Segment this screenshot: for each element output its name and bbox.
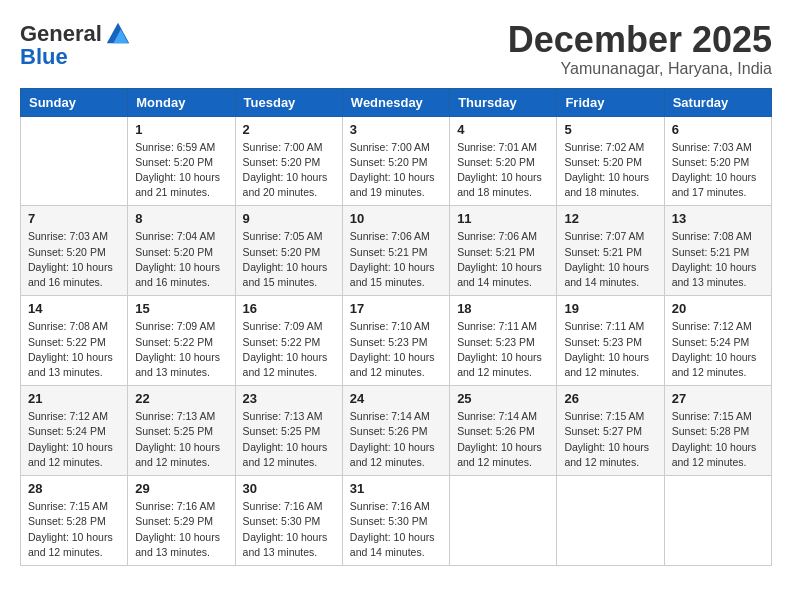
month-title: December 2025 xyxy=(508,20,772,60)
calendar-cell: 20Sunrise: 7:12 AM Sunset: 5:24 PM Dayli… xyxy=(664,296,771,386)
header-sunday: Sunday xyxy=(21,88,128,116)
calendar-cell xyxy=(557,476,664,566)
calendar-cell: 12Sunrise: 7:07 AM Sunset: 5:21 PM Dayli… xyxy=(557,206,664,296)
day-number: 20 xyxy=(672,301,764,316)
day-info: Sunrise: 7:12 AM Sunset: 5:24 PM Dayligh… xyxy=(28,409,120,470)
logo-blue: Blue xyxy=(20,44,68,70)
day-number: 26 xyxy=(564,391,656,406)
day-info: Sunrise: 7:06 AM Sunset: 5:21 PM Dayligh… xyxy=(350,229,442,290)
day-info: Sunrise: 7:00 AM Sunset: 5:20 PM Dayligh… xyxy=(243,140,335,201)
location-title: Yamunanagar, Haryana, India xyxy=(508,60,772,78)
day-number: 4 xyxy=(457,122,549,137)
day-info: Sunrise: 7:11 AM Sunset: 5:23 PM Dayligh… xyxy=(457,319,549,380)
logo: General Blue xyxy=(20,20,132,70)
title-block: December 2025 Yamunanagar, Haryana, Indi… xyxy=(508,20,772,78)
header-thursday: Thursday xyxy=(450,88,557,116)
day-info: Sunrise: 7:16 AM Sunset: 5:30 PM Dayligh… xyxy=(350,499,442,560)
day-info: Sunrise: 7:13 AM Sunset: 5:25 PM Dayligh… xyxy=(135,409,227,470)
day-info: Sunrise: 7:01 AM Sunset: 5:20 PM Dayligh… xyxy=(457,140,549,201)
day-number: 8 xyxy=(135,211,227,226)
calendar-cell: 18Sunrise: 7:11 AM Sunset: 5:23 PM Dayli… xyxy=(450,296,557,386)
day-number: 15 xyxy=(135,301,227,316)
day-info: Sunrise: 7:07 AM Sunset: 5:21 PM Dayligh… xyxy=(564,229,656,290)
day-number: 25 xyxy=(457,391,549,406)
calendar-cell: 16Sunrise: 7:09 AM Sunset: 5:22 PM Dayli… xyxy=(235,296,342,386)
calendar-cell: 29Sunrise: 7:16 AM Sunset: 5:29 PM Dayli… xyxy=(128,476,235,566)
day-info: Sunrise: 7:10 AM Sunset: 5:23 PM Dayligh… xyxy=(350,319,442,380)
calendar-cell: 1Sunrise: 6:59 AM Sunset: 5:20 PM Daylig… xyxy=(128,116,235,206)
day-info: Sunrise: 7:03 AM Sunset: 5:20 PM Dayligh… xyxy=(28,229,120,290)
calendar-cell: 17Sunrise: 7:10 AM Sunset: 5:23 PM Dayli… xyxy=(342,296,449,386)
weekday-header-row: Sunday Monday Tuesday Wednesday Thursday… xyxy=(21,88,772,116)
calendar-cell: 21Sunrise: 7:12 AM Sunset: 5:24 PM Dayli… xyxy=(21,386,128,476)
calendar-cell: 24Sunrise: 7:14 AM Sunset: 5:26 PM Dayli… xyxy=(342,386,449,476)
day-info: Sunrise: 6:59 AM Sunset: 5:20 PM Dayligh… xyxy=(135,140,227,201)
calendar-cell: 10Sunrise: 7:06 AM Sunset: 5:21 PM Dayli… xyxy=(342,206,449,296)
calendar-cell: 6Sunrise: 7:03 AM Sunset: 5:20 PM Daylig… xyxy=(664,116,771,206)
day-info: Sunrise: 7:02 AM Sunset: 5:20 PM Dayligh… xyxy=(564,140,656,201)
calendar-week-4: 21Sunrise: 7:12 AM Sunset: 5:24 PM Dayli… xyxy=(21,386,772,476)
page-header: General Blue December 2025 Yamunanagar, … xyxy=(20,20,772,78)
day-number: 17 xyxy=(350,301,442,316)
day-number: 10 xyxy=(350,211,442,226)
day-info: Sunrise: 7:09 AM Sunset: 5:22 PM Dayligh… xyxy=(135,319,227,380)
day-info: Sunrise: 7:04 AM Sunset: 5:20 PM Dayligh… xyxy=(135,229,227,290)
calendar-cell: 22Sunrise: 7:13 AM Sunset: 5:25 PM Dayli… xyxy=(128,386,235,476)
day-number: 31 xyxy=(350,481,442,496)
day-info: Sunrise: 7:06 AM Sunset: 5:21 PM Dayligh… xyxy=(457,229,549,290)
calendar-cell: 28Sunrise: 7:15 AM Sunset: 5:28 PM Dayli… xyxy=(21,476,128,566)
header-wednesday: Wednesday xyxy=(342,88,449,116)
calendar-week-5: 28Sunrise: 7:15 AM Sunset: 5:28 PM Dayli… xyxy=(21,476,772,566)
day-number: 23 xyxy=(243,391,335,406)
calendar-week-2: 7Sunrise: 7:03 AM Sunset: 5:20 PM Daylig… xyxy=(21,206,772,296)
calendar-cell: 15Sunrise: 7:09 AM Sunset: 5:22 PM Dayli… xyxy=(128,296,235,386)
day-info: Sunrise: 7:08 AM Sunset: 5:22 PM Dayligh… xyxy=(28,319,120,380)
header-tuesday: Tuesday xyxy=(235,88,342,116)
day-info: Sunrise: 7:16 AM Sunset: 5:29 PM Dayligh… xyxy=(135,499,227,560)
day-info: Sunrise: 7:14 AM Sunset: 5:26 PM Dayligh… xyxy=(457,409,549,470)
day-info: Sunrise: 7:15 AM Sunset: 5:28 PM Dayligh… xyxy=(28,499,120,560)
calendar-cell: 11Sunrise: 7:06 AM Sunset: 5:21 PM Dayli… xyxy=(450,206,557,296)
day-info: Sunrise: 7:13 AM Sunset: 5:25 PM Dayligh… xyxy=(243,409,335,470)
day-info: Sunrise: 7:08 AM Sunset: 5:21 PM Dayligh… xyxy=(672,229,764,290)
day-info: Sunrise: 7:16 AM Sunset: 5:30 PM Dayligh… xyxy=(243,499,335,560)
calendar-cell xyxy=(664,476,771,566)
calendar-cell: 3Sunrise: 7:00 AM Sunset: 5:20 PM Daylig… xyxy=(342,116,449,206)
calendar-cell: 25Sunrise: 7:14 AM Sunset: 5:26 PM Dayli… xyxy=(450,386,557,476)
day-info: Sunrise: 7:15 AM Sunset: 5:28 PM Dayligh… xyxy=(672,409,764,470)
header-monday: Monday xyxy=(128,88,235,116)
day-number: 3 xyxy=(350,122,442,137)
day-number: 9 xyxy=(243,211,335,226)
day-info: Sunrise: 7:05 AM Sunset: 5:20 PM Dayligh… xyxy=(243,229,335,290)
calendar-week-3: 14Sunrise: 7:08 AM Sunset: 5:22 PM Dayli… xyxy=(21,296,772,386)
day-info: Sunrise: 7:12 AM Sunset: 5:24 PM Dayligh… xyxy=(672,319,764,380)
day-info: Sunrise: 7:11 AM Sunset: 5:23 PM Dayligh… xyxy=(564,319,656,380)
day-info: Sunrise: 7:14 AM Sunset: 5:26 PM Dayligh… xyxy=(350,409,442,470)
calendar-cell: 19Sunrise: 7:11 AM Sunset: 5:23 PM Dayli… xyxy=(557,296,664,386)
day-number: 5 xyxy=(564,122,656,137)
day-number: 19 xyxy=(564,301,656,316)
day-number: 2 xyxy=(243,122,335,137)
day-number: 13 xyxy=(672,211,764,226)
day-number: 11 xyxy=(457,211,549,226)
calendar-cell: 31Sunrise: 7:16 AM Sunset: 5:30 PM Dayli… xyxy=(342,476,449,566)
calendar-cell xyxy=(21,116,128,206)
calendar-week-1: 1Sunrise: 6:59 AM Sunset: 5:20 PM Daylig… xyxy=(21,116,772,206)
day-number: 6 xyxy=(672,122,764,137)
day-info: Sunrise: 7:00 AM Sunset: 5:20 PM Dayligh… xyxy=(350,140,442,201)
day-number: 18 xyxy=(457,301,549,316)
calendar-cell: 4Sunrise: 7:01 AM Sunset: 5:20 PM Daylig… xyxy=(450,116,557,206)
header-friday: Friday xyxy=(557,88,664,116)
day-number: 28 xyxy=(28,481,120,496)
day-number: 12 xyxy=(564,211,656,226)
calendar-cell: 27Sunrise: 7:15 AM Sunset: 5:28 PM Dayli… xyxy=(664,386,771,476)
day-number: 1 xyxy=(135,122,227,137)
day-info: Sunrise: 7:15 AM Sunset: 5:27 PM Dayligh… xyxy=(564,409,656,470)
calendar-cell: 23Sunrise: 7:13 AM Sunset: 5:25 PM Dayli… xyxy=(235,386,342,476)
day-number: 29 xyxy=(135,481,227,496)
calendar-cell: 8Sunrise: 7:04 AM Sunset: 5:20 PM Daylig… xyxy=(128,206,235,296)
calendar-cell xyxy=(450,476,557,566)
day-number: 22 xyxy=(135,391,227,406)
day-info: Sunrise: 7:03 AM Sunset: 5:20 PM Dayligh… xyxy=(672,140,764,201)
calendar-cell: 9Sunrise: 7:05 AM Sunset: 5:20 PM Daylig… xyxy=(235,206,342,296)
